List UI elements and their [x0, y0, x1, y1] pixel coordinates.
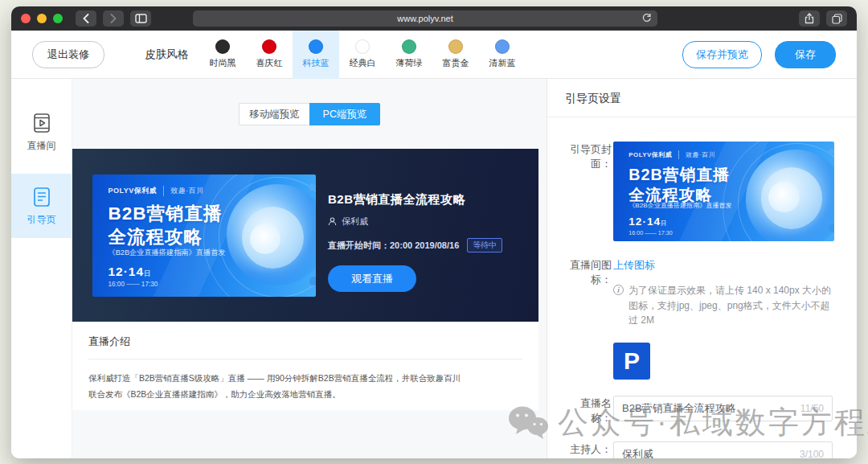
live-intro-text: 保利威打造「B2B营销直播S级攻略」直播 —— 用90分钟拆解B2B营销直播全流…	[88, 371, 466, 403]
swatch-white[interactable]: 经典白	[339, 31, 386, 79]
swatch-black[interactable]: 时尚黑	[199, 31, 246, 79]
char-counter: 3/100	[800, 449, 824, 458]
save-and-preview-button[interactable]: 保存并预览	[682, 41, 762, 68]
tab-pc-preview[interactable]: PC端预览	[309, 103, 380, 125]
close-window-button[interactable]	[21, 14, 31, 23]
banner-subtitle: 《B2B企业直播搭建指南》直播首发	[108, 248, 225, 258]
live-name-label: 直播名称：	[565, 396, 612, 425]
swatch-green[interactable]: 薄荷绿	[386, 31, 432, 79]
share-button[interactable]	[799, 10, 820, 27]
person-icon	[328, 217, 337, 226]
status-badge: 等待中	[467, 238, 502, 253]
cover-row: 引导页封面： POLYV保利威 致趣·百川 B2B营销直播 全流程攻略 《B	[547, 142, 857, 241]
swatch-light-blue[interactable]: 清新蓝	[479, 31, 526, 79]
sidebar-item-label: 引导页	[27, 213, 56, 227]
save-button[interactable]: 保存	[775, 41, 836, 68]
panel-title: 引导页设置	[547, 79, 857, 117]
browser-window: www.polyv.net 退出装修 皮肤风格 时尚黑 喜庆红	[11, 6, 857, 458]
sidebar-icon	[135, 14, 147, 23]
browser-titlebar: www.polyv.net	[11, 6, 857, 31]
room-icon-preview: P	[613, 343, 650, 380]
chevron-left-icon	[83, 14, 89, 23]
reload-button[interactable]	[641, 13, 652, 23]
banner-datetime: 12·14日 16:00 —— 17:30	[628, 216, 672, 236]
host-label: 主持人：	[565, 441, 612, 458]
color-dot	[309, 39, 323, 54]
partner-logo: 致趣·百川	[163, 186, 204, 196]
banner-datetime: 12·14日 16:00 —— 17:30	[108, 265, 158, 288]
info-icon: i	[613, 285, 624, 295]
chevron-right-icon	[110, 14, 117, 23]
swatch-gold[interactable]: 富贵金	[432, 31, 479, 79]
color-dot	[402, 39, 416, 54]
sidebar-toggle-button[interactable]	[130, 10, 151, 27]
host-input[interactable]: 保利威 3/100	[613, 441, 833, 458]
minimize-window-button[interactable]	[37, 14, 47, 23]
color-dot	[495, 39, 510, 54]
tab-mobile-preview[interactable]: 移动端预览	[239, 103, 309, 125]
live-start-time: 直播开始时间：20:00 2019/08/16 等待中	[328, 238, 526, 253]
divider	[88, 359, 522, 359]
back-button[interactable]	[76, 10, 96, 27]
landing-page-hero: POLYV保利威 致趣·百川 B2B营销直播 全流程攻略 《B2B企业直播搭建指…	[72, 149, 538, 322]
url-text: www.polyv.net	[397, 14, 453, 23]
exit-decorate-button[interactable]: 退出装修	[32, 41, 104, 68]
live-host-name: 保利威	[342, 216, 368, 228]
room-icon-label: 直播间图标：	[565, 257, 612, 380]
live-host-row: 保利威	[328, 216, 526, 228]
color-dot	[448, 39, 463, 54]
sidebar-item-label: 直播间	[27, 139, 56, 153]
host-row: 主持人： 保利威 3/100	[547, 441, 857, 458]
banner-title: B2B营销直播 全流程攻略	[628, 165, 730, 206]
sidebar-item-landing-page[interactable]: 引导页	[11, 174, 72, 238]
address-bar[interactable]: www.polyv.net	[193, 10, 657, 27]
partner-logo: 致趣·百川	[678, 150, 715, 159]
banner-subtitle: 《B2B企业直播搭建指南》直播首发	[628, 201, 731, 210]
cover-label: 引导页封面：	[565, 142, 612, 241]
reload-icon	[641, 13, 652, 23]
upload-hint: i 为了保证显示效果，请上传 140 x 140px 大小的图标，支持jpg、j…	[613, 283, 833, 328]
tab-overview-button[interactable]	[826, 10, 847, 27]
traffic-lights	[21, 14, 63, 23]
tabs-icon	[832, 14, 842, 24]
swatch-red[interactable]: 喜庆红	[246, 31, 293, 79]
char-counter: 11/50	[800, 403, 824, 414]
preview-tabs: 移动端预览 PC端预览	[239, 103, 380, 125]
skin-style-label: 皮肤风格	[145, 47, 188, 62]
live-name-input[interactable]: B2B营销直播全流程攻略 11/50	[613, 396, 833, 421]
decorate-toolbar: 退出装修 皮肤风格 时尚黑 喜庆红 科技蓝 经典白 薄荷绿	[11, 31, 857, 79]
color-dot	[262, 39, 276, 54]
live-room-icon	[31, 112, 53, 134]
share-icon	[805, 13, 814, 24]
landing-settings-panel: 引导页设置 引导页封面： POLYV保利威 致趣·百川 B2B营销直播 全流程攻…	[547, 79, 857, 458]
banner-disc-graphic	[715, 142, 835, 241]
skin-swatch-list: 时尚黑 喜庆红 科技蓝 经典白 薄荷绿 富贵金	[199, 31, 526, 79]
cover-thumbnail[interactable]: POLYV保利威 致趣·百川 B2B营销直播 全流程攻略 《B2B企业直播搭建指…	[613, 142, 834, 241]
live-title: B2B营销直播全流程攻略	[328, 192, 526, 207]
live-cover-banner: POLYV保利威 致趣·百川 B2B营销直播 全流程攻略 《B2B企业直播搭建指…	[92, 175, 316, 297]
live-name-row: 直播名称： B2B营销直播全流程攻略 11/50	[547, 396, 857, 425]
room-icon-row: 直播间图标： 上传图标 i 为了保证显示效果，请上传 140 x 140px 大…	[547, 257, 857, 380]
color-dot	[355, 39, 370, 54]
banner-title: B2B营销直播 全流程攻略	[108, 203, 222, 249]
live-intro-heading: 直播介绍	[88, 335, 522, 349]
upload-icon-link[interactable]: 上传图标	[613, 259, 655, 271]
watch-live-button[interactable]: 观看直播	[328, 265, 416, 292]
forward-button[interactable]	[103, 10, 124, 27]
left-sidebar: 直播间 引导页	[11, 79, 72, 458]
preview-area: 移动端预览 PC端预览 POLYV保利威 致趣·百川 B2B营销直播 全流程攻略…	[72, 79, 547, 458]
banner-logos: POLYV保利威 致趣·百川	[108, 186, 203, 196]
swatch-tech-blue[interactable]: 科技蓝	[293, 31, 339, 79]
polyv-logo: POLYV保利威	[628, 150, 672, 159]
sidebar-item-live-room[interactable]: 直播间	[11, 100, 72, 164]
live-intro-section: 直播介绍 保利威打造「B2B营销直播S级攻略」直播 —— 用90分钟拆解B2B营…	[72, 322, 538, 410]
color-dot	[215, 39, 230, 54]
polyv-logo: POLYV保利威	[108, 186, 157, 196]
landing-page-icon	[31, 186, 53, 208]
zoom-window-button[interactable]	[53, 14, 63, 23]
